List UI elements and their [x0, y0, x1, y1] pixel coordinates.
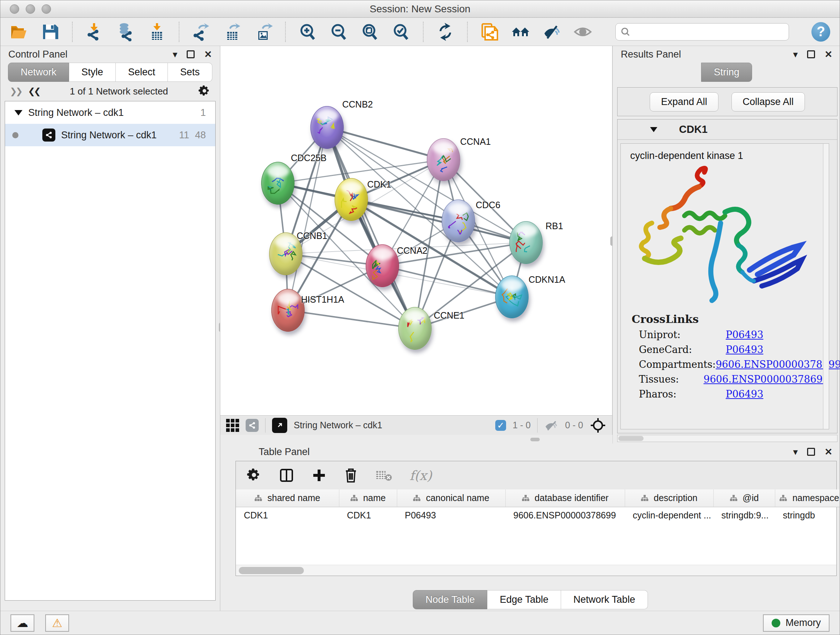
network-row[interactable]: String Network – cdk1 11 48 — [5, 124, 215, 146]
open-in-window-icon[interactable] — [272, 418, 287, 433]
collection-expander-icon[interactable] — [14, 110, 22, 116]
results-horizontal-scrollbar[interactable] — [617, 435, 837, 442]
crosslink-link[interactable]: 9606.ENSP00000378699 — [704, 374, 829, 385]
cloud-status-button[interactable]: ☁ — [11, 614, 34, 632]
network-node-ccne1[interactable] — [398, 307, 431, 350]
show-eye-icon[interactable] — [573, 22, 592, 42]
export-image-button[interactable] — [254, 22, 273, 42]
collapse-all-networks-icon[interactable]: ❯❯ — [10, 86, 21, 96]
network-edge[interactable] — [288, 310, 415, 328]
crosslink-link[interactable]: P06493 — [726, 329, 763, 340]
zoom-fit-button[interactable] — [360, 22, 379, 42]
open-session-button[interactable] — [10, 22, 28, 42]
column-header-name[interactable]: name — [339, 489, 397, 507]
table-cell[interactable]: CDK1 — [339, 507, 397, 524]
column-header-description[interactable]: description — [625, 489, 714, 507]
panel-menu-icon[interactable]: ▾ — [172, 49, 177, 60]
table-options-gear-icon[interactable] — [247, 468, 261, 483]
network-node-ccnb2[interactable] — [310, 106, 344, 149]
import-network-database-button[interactable] — [116, 22, 135, 42]
tab-string-results[interactable]: String — [701, 63, 752, 82]
refresh-button[interactable] — [436, 22, 455, 42]
network-canvas[interactable]: CCNB2CCNA1CDC25BCDK1CDC6RB1CCNB1CCNA2CDK… — [220, 46, 613, 415]
birdseye-grid-icon[interactable] — [226, 419, 239, 432]
import-table-button[interactable] — [148, 22, 166, 42]
gene-collapse-icon[interactable] — [650, 127, 657, 132]
export-table-button[interactable] — [223, 22, 242, 42]
network-node-cdk1[interactable] — [335, 178, 368, 221]
network-node-cdc6[interactable] — [442, 200, 475, 242]
crosslink-link[interactable]: 9606.ENSP00000378699 — [715, 359, 840, 370]
fit-selected-crosshair-icon[interactable] — [590, 417, 606, 434]
table-horizontal-scrollbar[interactable] — [236, 565, 836, 576]
zoom-out-button[interactable] — [329, 22, 348, 42]
memory-button[interactable]: Memory — [763, 614, 829, 632]
panel-close-icon[interactable]: ✕ — [824, 447, 832, 458]
hidden-eye-icon[interactable] — [544, 420, 559, 431]
tab-select[interactable]: Select — [116, 63, 168, 82]
panel-close-icon[interactable]: ✕ — [824, 49, 832, 60]
column-header--id[interactable]: @id — [714, 489, 775, 507]
search-input[interactable] — [634, 26, 783, 37]
collapse-all-button[interactable]: Collapse All — [731, 92, 805, 111]
table-cell[interactable]: stringdb:9... — [714, 507, 775, 524]
save-session-button[interactable] — [41, 22, 60, 42]
tab-network-table[interactable]: Network Table — [561, 590, 648, 609]
network-node-ccna1[interactable] — [427, 138, 460, 181]
tab-edge-table[interactable]: Edge Table — [487, 590, 561, 609]
export-network-button[interactable] — [192, 22, 210, 42]
show-columns-icon[interactable] — [279, 467, 294, 483]
zoom-selected-button[interactable] — [392, 22, 410, 42]
tab-network[interactable]: Network — [8, 63, 69, 82]
network-node-rb1[interactable] — [509, 221, 543, 264]
string-home-button[interactable] — [511, 22, 530, 42]
expand-all-networks-icon[interactable]: ❮❮ — [28, 86, 39, 96]
table-cell[interactable]: 9606.ENSP00000378699 — [505, 507, 625, 524]
help-button[interactable]: ? — [812, 22, 830, 42]
window-controls[interactable] — [10, 4, 51, 14]
minimize-window-button[interactable] — [26, 4, 35, 14]
network-node-ccna2[interactable] — [366, 244, 399, 287]
string-view-icon[interactable] — [246, 419, 259, 432]
panel-menu-icon[interactable]: ▾ — [793, 49, 798, 60]
selected-nodes-checkbox[interactable]: ✓ — [495, 420, 506, 431]
tab-node-table[interactable]: Node Table — [413, 590, 487, 609]
import-network-file-button[interactable] — [85, 22, 104, 42]
crosslink-link[interactable]: P06493 — [726, 344, 763, 355]
zoom-in-button[interactable] — [298, 22, 317, 42]
table-cell[interactable]: cyclin-dependent ... — [625, 507, 714, 524]
panel-float-icon[interactable] — [807, 448, 815, 456]
warnings-button[interactable]: ⚠ — [45, 614, 69, 632]
tab-sets[interactable]: Sets — [168, 63, 212, 82]
panel-menu-icon[interactable]: ▾ — [793, 447, 798, 458]
tab-style[interactable]: Style — [69, 63, 116, 82]
column-header-shared-name[interactable]: shared name — [236, 489, 339, 507]
panel-float-icon[interactable] — [807, 50, 815, 58]
string-import-button[interactable] — [480, 22, 499, 42]
zoom-window-button[interactable] — [42, 4, 51, 14]
close-window-button[interactable] — [10, 4, 19, 14]
delete-column-icon[interactable] — [344, 467, 358, 483]
network-node-cdkn1a[interactable] — [495, 276, 529, 318]
panel-close-icon[interactable]: ✕ — [204, 49, 212, 60]
function-builder-icon[interactable]: f(x) — [409, 468, 432, 483]
network-node-cdc25b[interactable] — [261, 162, 294, 204]
toolbar-search[interactable] — [615, 23, 789, 41]
create-column-icon[interactable] — [312, 468, 326, 483]
network-collection-row[interactable]: String Network – cdk1 1 — [5, 101, 215, 124]
column-header-database-identifier[interactable]: database identifier — [505, 489, 625, 507]
panel-float-icon[interactable] — [187, 50, 195, 58]
results-vertical-scrollbar[interactable] — [823, 144, 829, 429]
column-header-namespace[interactable]: namespace — [775, 489, 840, 507]
network-options-gear-icon[interactable] — [198, 85, 210, 97]
column-header-canonical-name[interactable]: canonical name — [397, 489, 505, 507]
network-node-hist1h1a[interactable] — [271, 289, 305, 332]
delete-table-icon[interactable] — [376, 469, 392, 482]
crosslink-link[interactable]: P06493 — [726, 388, 763, 400]
hide-glass-eye-icon[interactable] — [542, 22, 561, 42]
table-cell[interactable]: P06493 — [397, 507, 505, 524]
table-row[interactable]: CDK1CDK1P064939606.ENSP00000378699cyclin… — [236, 507, 840, 524]
expand-all-button[interactable]: Expand All — [650, 92, 718, 111]
table-cell[interactable]: stringdb — [775, 507, 840, 524]
table-cell[interactable]: CDK1 — [236, 507, 339, 524]
